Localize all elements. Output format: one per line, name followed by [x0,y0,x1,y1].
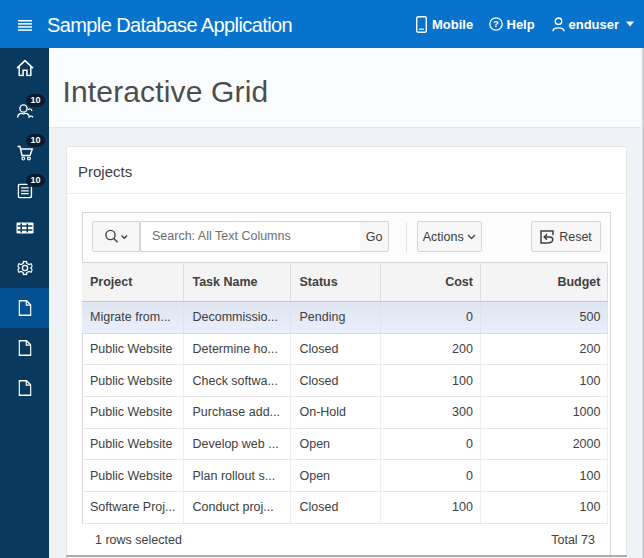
svg-text:?: ? [493,18,499,29]
